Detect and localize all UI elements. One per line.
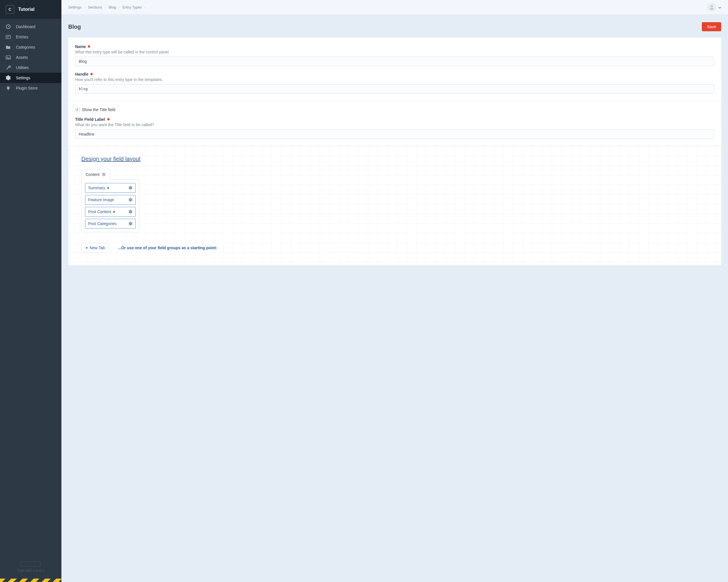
fld-field-name: Post Categories bbox=[88, 221, 116, 226]
breadcrumb-separator-icon: › bbox=[84, 6, 85, 9]
field-handle: Handle ✱ How you'll refer to this entry … bbox=[75, 72, 714, 93]
sidebar-item-dashboard[interactable]: Dashboard bbox=[0, 22, 61, 32]
fld-field-name: Post Content bbox=[88, 210, 111, 214]
sidebar-item-label: Assets bbox=[16, 55, 28, 60]
fld-tabs: Content Summary ✱ bbox=[81, 169, 708, 232]
site-title-bar[interactable]: C Tutorial bbox=[0, 0, 61, 19]
breadcrumb-separator-icon: › bbox=[105, 6, 106, 9]
version-text: Craft CMS 3.4.10.1 bbox=[0, 569, 61, 572]
required-icon: ✱ bbox=[107, 187, 109, 190]
field-label: Title Field Label ✱ bbox=[75, 117, 714, 121]
sidebar-item-settings[interactable]: Settings bbox=[0, 73, 61, 83]
name-input[interactable] bbox=[75, 57, 714, 66]
sidebar-item-label: Plugin Store bbox=[16, 86, 37, 90]
show-title-checkbox-row[interactable]: Show the Title field bbox=[75, 107, 714, 112]
gear-icon[interactable] bbox=[129, 222, 132, 226]
main: Settings › Sections › Blog › Entry Types… bbox=[61, 0, 728, 582]
field-title-label: Title Field Label ✱ What do you want the… bbox=[75, 117, 714, 139]
required-icon: ✱ bbox=[87, 45, 90, 48]
fld-heading[interactable]: Design your field layout bbox=[81, 156, 140, 162]
chevron-down-icon bbox=[718, 6, 721, 8]
avatar bbox=[707, 3, 716, 11]
field-name: Name ✱ What this entry type will be call… bbox=[75, 44, 714, 66]
new-tab-button[interactable]: + New Tab bbox=[81, 243, 109, 253]
fld-field-name: Feature Image bbox=[88, 197, 114, 202]
plug-icon bbox=[6, 86, 11, 91]
sidebar-nav: Dashboard Entries Categories Assets Util… bbox=[0, 19, 61, 557]
checkbox-label: Show the Title field bbox=[82, 107, 115, 112]
breadcrumb-item[interactable]: Entry Types bbox=[123, 5, 142, 9]
folder-icon bbox=[6, 45, 11, 50]
sidebar-item-label: Entries bbox=[16, 35, 28, 39]
gear-icon[interactable] bbox=[129, 210, 132, 214]
gear-icon[interactable] bbox=[129, 186, 132, 190]
sidebar-item-label: Categories bbox=[16, 45, 35, 50]
breadcrumb-item[interactable]: Blog bbox=[109, 5, 116, 9]
sidebar-item-label: Settings bbox=[16, 76, 30, 80]
form-panel: Name ✱ What this entry type will be call… bbox=[68, 37, 721, 265]
pane-basics: Name ✱ What this entry type will be call… bbox=[68, 37, 721, 101]
field-hint: What do you want the Title field to be c… bbox=[75, 122, 714, 127]
field-label: Name ✱ bbox=[75, 44, 714, 49]
site-icon: C bbox=[6, 5, 14, 13]
breadcrumb: Settings › Sections › Blog › Entry Types… bbox=[68, 5, 147, 9]
breadcrumb-separator-icon: › bbox=[145, 6, 146, 9]
edition-badge[interactable]: SOLO bbox=[21, 561, 41, 567]
fld-field-name: Summary bbox=[88, 186, 105, 190]
gear-icon bbox=[6, 75, 11, 80]
sidebar-item-label: Utilities bbox=[16, 65, 29, 70]
breadcrumb-item[interactable]: Sections bbox=[88, 5, 102, 9]
field-hint: What this entry type will be called in t… bbox=[75, 50, 714, 54]
breadcrumb-separator-icon: › bbox=[119, 6, 120, 9]
sidebar-item-plugin-store[interactable]: Plugin Store bbox=[0, 83, 61, 93]
sidebar: C Tutorial Dashboard Entries Categories … bbox=[0, 0, 61, 582]
sidebar-item-categories[interactable]: Categories bbox=[0, 42, 61, 52]
fld-field[interactable]: Feature Image bbox=[85, 195, 136, 204]
fld-field[interactable]: Summary ✱ bbox=[85, 183, 136, 193]
new-tab-label: New Tab bbox=[89, 246, 105, 250]
page-title: Blog bbox=[68, 24, 81, 30]
sidebar-item-entries[interactable]: Entries bbox=[0, 32, 61, 42]
required-icon: ✱ bbox=[90, 73, 93, 76]
field-hint: How you'll refer to this entry type in t… bbox=[75, 77, 714, 82]
site-name: Tutorial bbox=[18, 7, 34, 12]
fld-field[interactable]: Post Content ✱ bbox=[85, 207, 136, 217]
plus-icon: + bbox=[85, 246, 88, 250]
image-icon bbox=[6, 55, 11, 60]
wrench-icon bbox=[6, 65, 11, 70]
checkbox-icon[interactable] bbox=[75, 107, 80, 112]
field-label: Handle ✱ bbox=[75, 72, 714, 77]
sidebar-item-label: Dashboard bbox=[16, 24, 35, 29]
sidebar-item-utilities[interactable]: Utilities bbox=[0, 62, 61, 73]
content-header: Blog Save bbox=[61, 14, 728, 37]
field-layout-designer: Design your field layout Content Summary… bbox=[68, 146, 721, 265]
entries-icon bbox=[6, 34, 11, 39]
fld-footer: + New Tab ...Or use one of your field gr… bbox=[81, 243, 708, 253]
title-label-input[interactable] bbox=[75, 129, 714, 139]
fld-tab-label: Content bbox=[85, 172, 100, 177]
handle-input[interactable] bbox=[75, 84, 714, 93]
fld-starting-point-hint: ...Or use one of your field groups as a … bbox=[118, 246, 217, 250]
save-button[interactable]: Save bbox=[702, 22, 721, 31]
user-menu[interactable] bbox=[707, 3, 721, 11]
breadcrumb-item[interactable]: Settings bbox=[68, 5, 82, 9]
pane-title-settings: Show the Title field Title Field Label ✱… bbox=[68, 101, 721, 146]
dashboard-icon bbox=[6, 24, 11, 29]
sidebar-footer: SOLO Craft CMS 3.4.10.1 bbox=[0, 557, 61, 579]
sidebar-item-assets[interactable]: Assets bbox=[0, 52, 61, 62]
dev-mode-hazard-bar bbox=[0, 579, 61, 582]
fld-tab-content[interactable]: Content bbox=[81, 169, 110, 179]
fld-field[interactable]: Post Categories bbox=[85, 219, 136, 228]
topbar: Settings › Sections › Blog › Entry Types… bbox=[61, 0, 728, 14]
fld-tab-body: Summary ✱ Feature Image bbox=[81, 179, 139, 232]
required-icon: ✱ bbox=[113, 210, 115, 214]
gear-icon[interactable] bbox=[102, 172, 106, 176]
required-icon: ✱ bbox=[107, 118, 110, 121]
gear-icon[interactable] bbox=[129, 198, 132, 202]
